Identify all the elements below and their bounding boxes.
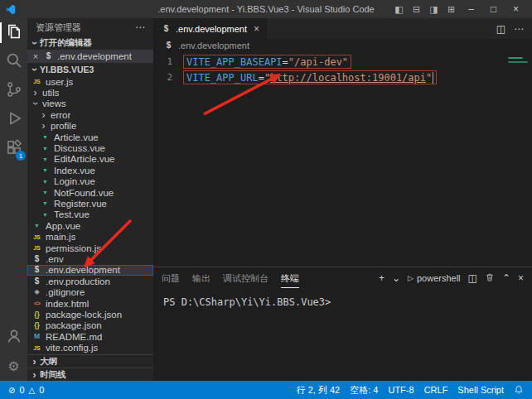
activity-source-control[interactable] xyxy=(0,76,27,105)
activity-manage[interactable]: ⚙ xyxy=(0,352,27,381)
breadcrumb[interactable]: $ .env.development xyxy=(153,39,532,52)
maximize-button[interactable]: □ xyxy=(482,3,505,15)
js-icon: JS xyxy=(31,345,42,351)
panel-actions: + ⌄ ▷ powershell ◫ ⌃ × xyxy=(379,272,524,285)
project-root-label: YI.BBS.VUE3 xyxy=(40,65,94,75)
text-cursor xyxy=(433,72,433,84)
token: = xyxy=(259,72,264,84)
file-label: permission.js xyxy=(46,243,101,253)
tree-item-.env.development[interactable]: $.env.development xyxy=(27,265,153,276)
status-eol[interactable]: CRLF xyxy=(424,385,448,395)
problems-indicator[interactable]: ⊘ 0 △ 0 xyxy=(8,385,44,395)
status-right-items: 行 2, 列 42空格: 4UTF-8CRLFShell Script xyxy=(297,384,504,397)
accounts-icon xyxy=(5,327,23,349)
open-editor-item[interactable]: × $ .env.development xyxy=(27,50,153,63)
tree-item-NotFound.vue[interactable]: ▼NotFound.vue xyxy=(27,187,153,198)
file-label: main.js xyxy=(46,232,75,242)
tree-item-index.html[interactable]: <>index.html xyxy=(27,298,153,309)
tree-item-.env[interactable]: $.env xyxy=(27,253,153,264)
panel-tab-debug-console[interactable]: 调试控制台 xyxy=(223,269,268,288)
close-icon[interactable]: × xyxy=(31,51,40,61)
maximize-panel-icon[interactable]: ⌃ xyxy=(502,272,510,284)
json-icon: {} xyxy=(31,311,42,319)
token: " xyxy=(426,72,432,84)
customize-layout-icon[interactable]: ⊞ xyxy=(443,4,460,15)
tree-item-views[interactable]: ›views xyxy=(27,99,153,109)
outline-section-header[interactable]: › 大纲 xyxy=(27,354,153,368)
toggle-panel-icon[interactable]: ⊟ xyxy=(408,4,425,15)
activity-accounts[interactable] xyxy=(0,323,27,352)
tree-item-permission.js[interactable]: JSpermission.js xyxy=(27,243,153,253)
profile-chevron-icon[interactable]: ⌄ xyxy=(392,272,400,284)
tab-env-development[interactable]: $ .env.development × xyxy=(153,18,268,39)
kill-terminal-icon[interactable] xyxy=(485,272,495,285)
more-actions-icon[interactable]: ⋯ xyxy=(135,22,145,33)
toggle-sidebar-icon[interactable]: ◧ xyxy=(390,4,408,15)
tree-item-error[interactable]: ›error xyxy=(27,109,153,120)
chevron-right-icon: › xyxy=(31,370,38,380)
code-editor[interactable]: 1VITE_APP_BASEAPI="/api-dev"2VITE_APP_UR… xyxy=(153,52,532,267)
git-icon: ◆ xyxy=(31,289,42,296)
activity-search[interactable] xyxy=(0,47,27,76)
tree-item-user.js[interactable]: JSuser.js xyxy=(27,76,153,87)
activity-bar: 1 ⚙ xyxy=(0,18,27,381)
tree-item-profile[interactable]: ›profile xyxy=(27,121,153,132)
notifications-bell-icon[interactable] xyxy=(514,385,524,395)
tree-item-package-lock.json[interactable]: {}package-lock.json xyxy=(27,309,153,320)
tree-item-.gitignore[interactable]: ◆.gitignore xyxy=(27,286,153,297)
close-tab-icon[interactable]: × xyxy=(254,23,259,35)
activity-run-and-debug[interactable] xyxy=(0,105,27,134)
close-button[interactable]: × xyxy=(505,3,527,15)
tree-item-main.js[interactable]: JSmain.js xyxy=(27,231,153,242)
timeline-section-header[interactable]: › 时间线 xyxy=(27,368,153,381)
panel-tab-output[interactable]: 输出 xyxy=(192,269,210,288)
split-terminal-icon[interactable]: ◫ xyxy=(468,272,477,284)
tree-item-package.json[interactable]: {}package.json xyxy=(27,320,153,331)
chevron-down-icon: › xyxy=(30,66,40,74)
file-label: views xyxy=(42,99,66,108)
status-cursor-position[interactable]: 行 2, 列 42 xyxy=(297,384,341,397)
minimap[interactable] xyxy=(506,55,530,65)
new-terminal-icon[interactable]: + xyxy=(379,272,384,284)
terminal[interactable]: PS D:\CSharp\Yi\Yi.BBS.Vue3> xyxy=(153,289,532,381)
toggle-secondary-sidebar-icon[interactable]: ◨ xyxy=(425,4,443,15)
tab-bar: $ .env.development × ◫ ⋯ xyxy=(153,18,532,39)
minimize-button[interactable]: – xyxy=(460,3,482,15)
tree-item-Article.vue[interactable]: ▼Article.vue xyxy=(27,132,153,142)
project-root-header[interactable]: › YI.BBS.VUE3 xyxy=(27,63,153,76)
status-language-mode[interactable]: Shell Script xyxy=(457,385,504,395)
code-line[interactable]: 1VITE_APP_BASEAPI="/api-dev" xyxy=(153,54,532,70)
split-editor-icon[interactable]: ◫ xyxy=(496,23,505,35)
activity-extensions[interactable]: 1 xyxy=(0,134,27,163)
error-count: 0 xyxy=(19,385,24,395)
tree-item-Discuss.vue[interactable]: ▼Discuss.vue xyxy=(27,142,153,153)
tree-item-App.vue[interactable]: ▼App.vue xyxy=(27,220,153,231)
chevron-right-icon: › xyxy=(31,357,38,367)
code-line[interactable]: 2VITE_APP_URL="http://localhost:19001/ap… xyxy=(153,70,532,85)
open-editors-header[interactable]: › 打开的编辑器 xyxy=(27,36,153,50)
panel-tab-terminal[interactable]: 终端 xyxy=(281,269,299,288)
tree-item-utils[interactable]: ›utils xyxy=(27,87,153,98)
tree-item-vite.config.js[interactable]: JSvite.config.js xyxy=(27,342,153,353)
file-label: user.js xyxy=(46,77,73,87)
terminal-profile-dropdown[interactable]: ▷ powershell xyxy=(408,273,461,283)
workbench: 1 ⚙ 资源管理器 ⋯ › 打开的编辑器 × $ .env.developmen… xyxy=(0,18,532,381)
tree-item-Login.vue[interactable]: ▼Login.vue xyxy=(27,176,153,187)
file-label: Discuss.vue xyxy=(54,143,105,153)
tree-item-.env.production[interactable]: $.env.production xyxy=(27,276,153,286)
token: VITE_APP_URL xyxy=(186,72,259,84)
activity-explorer[interactable] xyxy=(0,18,27,47)
panel-tab-problems[interactable]: 问题 xyxy=(162,269,180,288)
status-encoding[interactable]: UTF-8 xyxy=(388,385,414,395)
tree-item-README.md[interactable]: MREADME.md xyxy=(27,331,153,342)
tree-item-Index.vue[interactable]: ▼Index.vue xyxy=(27,165,153,175)
open-editors-label: 打开的编辑器 xyxy=(40,37,92,49)
tree-item-EditArticle.vue[interactable]: ▼EditArticle.vue xyxy=(27,154,153,165)
more-actions-icon[interactable]: ⋯ xyxy=(514,23,524,35)
tree-item-Register.vue[interactable]: ▼Register.vue xyxy=(27,198,153,209)
js-icon: JS xyxy=(31,79,42,84)
status-indentation[interactable]: 空格: 4 xyxy=(350,384,378,397)
tree-item-Test.vue[interactable]: ▼Test.vue xyxy=(27,209,153,220)
file-label: App.vue xyxy=(46,221,80,231)
close-panel-icon[interactable]: × xyxy=(518,272,524,284)
